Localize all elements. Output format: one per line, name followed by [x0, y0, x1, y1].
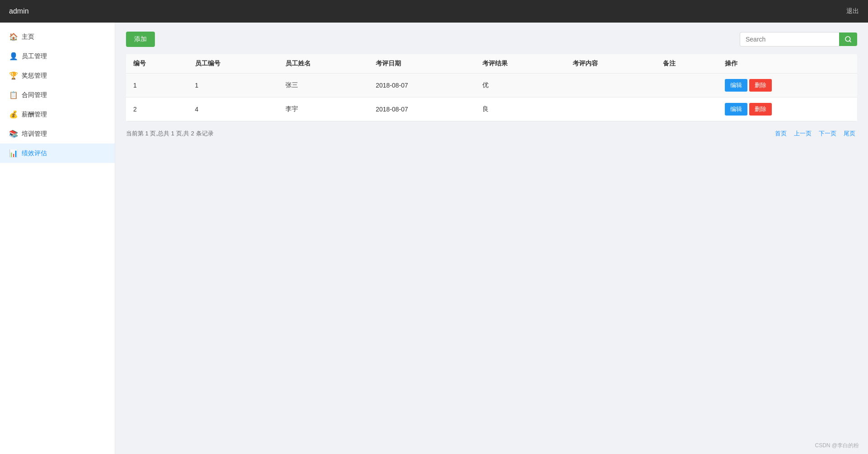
sidebar-label-home: 主页 [22, 33, 34, 41]
col-考评日期: 考评日期 [369, 54, 475, 74]
first-page-button[interactable]: 首页 [773, 129, 789, 139]
table-header: 编号员工编号员工姓名考评日期考评结果考评内容备注操作 [126, 54, 857, 74]
sidebar-label-awards: 奖惩管理 [22, 72, 47, 80]
cell-员工姓名: 张三 [278, 74, 369, 97]
sidebar-label-contract: 合同管理 [22, 91, 47, 99]
table-body: 11张三2018-08-07优编辑删除24李宇2018-08-07良编辑删除 [126, 74, 857, 121]
cell-编号: 2 [126, 97, 188, 121]
add-button[interactable]: 添加 [126, 32, 155, 47]
sidebar-item-awards[interactable]: 🏆奖惩管理 [0, 66, 115, 85]
sidebar-icon-home: 🏠 [9, 32, 18, 41]
sidebar-item-employee[interactable]: 👤员工管理 [0, 46, 115, 66]
action-cell: 编辑删除 [718, 97, 857, 121]
table-row: 11张三2018-08-07优编辑删除 [126, 74, 857, 97]
appraise-table: 编号员工编号员工姓名考评日期考评结果考评内容备注操作 11张三2018-08-0… [126, 54, 857, 121]
sidebar-item-home[interactable]: 🏠主页 [0, 27, 115, 46]
logout-button[interactable]: 退出 [846, 7, 859, 15]
col-员工编号: 员工编号 [188, 54, 278, 74]
edit-button-2[interactable]: 编辑 [725, 103, 747, 116]
delete-button-1[interactable]: 删除 [749, 79, 772, 92]
cell-编号: 1 [126, 74, 188, 97]
cell-考评结果: 优 [475, 74, 565, 97]
col-考评内容: 考评内容 [565, 54, 656, 74]
sidebar-icon-training: 📚 [9, 130, 18, 138]
sidebar-label-salary: 薪酬管理 [22, 111, 47, 119]
cell-考评日期: 2018-08-07 [369, 74, 475, 97]
delete-button-2[interactable]: 删除 [749, 103, 772, 116]
sidebar-label-employee: 员工管理 [22, 52, 47, 60]
table-row: 24李宇2018-08-07良编辑删除 [126, 97, 857, 121]
cell-备注 [656, 97, 718, 121]
col-备注: 备注 [656, 54, 718, 74]
sidebar-icon-employee: 👤 [9, 52, 18, 60]
cell-考评内容 [565, 74, 656, 97]
edit-button-1[interactable]: 编辑 [725, 79, 747, 92]
layout: 🏠主页👤员工管理🏆奖惩管理📋合同管理💰薪酬管理📚培训管理📊绩效评估 添加 [0, 23, 868, 454]
footer-watermark: CSDN @李白的粉 [815, 442, 859, 449]
cell-员工编号: 1 [188, 74, 278, 97]
sidebar-label-training: 培训管理 [22, 130, 47, 138]
col-编号: 编号 [126, 54, 188, 74]
topbar: admin 退出 [0, 0, 868, 23]
sidebar-item-training[interactable]: 📚培训管理 [0, 124, 115, 144]
table-container: 编号员工编号员工姓名考评日期考评结果考评内容备注操作 11张三2018-08-0… [126, 54, 857, 121]
sidebar-icon-contract: 📋 [9, 91, 18, 99]
cell-备注 [656, 74, 718, 97]
col-考评结果: 考评结果 [475, 54, 565, 74]
topbar-title: admin [9, 7, 29, 15]
sidebar-icon-awards: 🏆 [9, 71, 18, 80]
last-page-button[interactable]: 尾页 [842, 129, 857, 139]
action-cell: 编辑删除 [718, 74, 857, 97]
cell-考评结果: 良 [475, 97, 565, 121]
search-icon [845, 36, 852, 43]
sidebar-item-appraise[interactable]: 📊绩效评估 [0, 144, 115, 163]
cell-员工编号: 4 [188, 97, 278, 121]
col-员工姓名: 员工姓名 [278, 54, 369, 74]
next-page-button[interactable]: 下一页 [817, 129, 838, 139]
sidebar-label-appraise: 绩效评估 [22, 149, 47, 158]
pagination: 当前第 1 页,总共 1 页,共 2 条记录 首页 上一页 下一页 尾页 [126, 129, 857, 139]
search-button[interactable] [839, 32, 857, 46]
pagination-info: 当前第 1 页,总共 1 页,共 2 条记录 [126, 130, 214, 138]
toolbar: 添加 [126, 32, 857, 47]
main-content: 添加 编号员工编号员工姓名考评日期考评结果考评内容备注操作 [115, 23, 868, 454]
pagination-buttons: 首页 上一页 下一页 尾页 [773, 129, 857, 139]
sidebar-item-contract[interactable]: 📋合同管理 [0, 85, 115, 105]
prev-page-button[interactable]: 上一页 [792, 129, 813, 139]
header-row: 编号员工编号员工姓名考评日期考评结果考评内容备注操作 [126, 54, 857, 74]
sidebar: 🏠主页👤员工管理🏆奖惩管理📋合同管理💰薪酬管理📚培训管理📊绩效评估 [0, 23, 115, 454]
cell-考评内容 [565, 97, 656, 121]
search-box [740, 32, 857, 46]
col-操作: 操作 [718, 54, 857, 74]
sidebar-icon-appraise: 📊 [9, 149, 18, 158]
search-input[interactable] [740, 32, 839, 46]
sidebar-item-salary[interactable]: 💰薪酬管理 [0, 105, 115, 124]
cell-考评日期: 2018-08-07 [369, 97, 475, 121]
svg-line-1 [849, 41, 851, 42]
cell-员工姓名: 李宇 [278, 97, 369, 121]
sidebar-icon-salary: 💰 [9, 110, 18, 119]
